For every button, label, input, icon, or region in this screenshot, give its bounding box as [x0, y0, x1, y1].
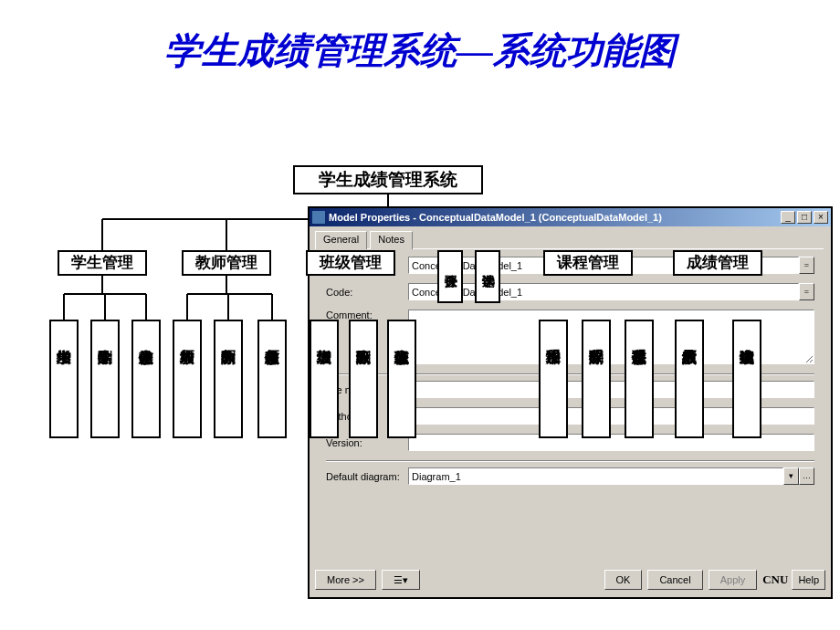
dialog-icon [312, 211, 325, 224]
dialog-button-bar: More >> ☰▾ OK Cancel Apply CNUHelp [315, 570, 825, 590]
dialog-title: Model Properties - ConceptualDataModel_1… [329, 212, 779, 223]
leaf-mod-course: 修改课程信息 [625, 320, 654, 438]
root-node: 学生成绩管理系统 [293, 165, 483, 194]
module-course: 课程管理 [543, 250, 633, 276]
label-default-diagram: Default diagram: [326, 471, 408, 482]
module-assign: 分授课 [437, 250, 463, 303]
leaf-del-student: 删除学生 [90, 320, 120, 438]
close-button[interactable]: × [814, 211, 828, 224]
leaf-mod-class: 修改班级信息 [387, 320, 416, 438]
ok-button[interactable]: OK [604, 570, 643, 590]
name-eq-button[interactable]: = [799, 257, 814, 274]
label-code: Code: [326, 287, 408, 298]
leaf-add-teacher: 增加教师 [173, 320, 202, 438]
diagram-props-button[interactable]: … [799, 467, 814, 485]
brand-label: CNU [762, 572, 788, 587]
leaf-del-course: 删除课程 [582, 320, 611, 438]
label-version: Version: [326, 437, 408, 448]
more-button[interactable]: More >> [315, 570, 376, 590]
diagram-dropdown-button[interactable]: ▾ [783, 467, 799, 485]
module-teacher: 教师管理 [182, 250, 271, 276]
module-select: 学选课 [475, 250, 500, 303]
code-eq-button[interactable]: = [799, 283, 814, 300]
apply-button[interactable]: Apply [709, 570, 758, 590]
page-title: 学生成绩管理系统—系统功能图 [0, 0, 840, 76]
input-code[interactable] [408, 283, 799, 300]
module-grade: 成绩管理 [673, 250, 762, 276]
cancel-button[interactable]: Cancel [647, 570, 702, 590]
leaf-student-query-grade: 学生查询成绩 [732, 320, 761, 438]
leaf-add-student: 增加学生 [49, 320, 79, 438]
minimize-button[interactable]: _ [781, 211, 795, 224]
leaf-mod-teacher: 修改教师信息 [257, 320, 287, 438]
module-class: 班级管理 [306, 250, 395, 276]
tab-general[interactable]: General [315, 231, 367, 249]
leaf-del-teacher: 删除教师 [214, 320, 243, 438]
help-button[interactable]: Help [792, 570, 825, 590]
dialog-titlebar[interactable]: Model Properties - ConceptualDataModel_1… [310, 208, 831, 226]
input-default-diagram[interactable] [408, 467, 783, 485]
leaf-teacher-enter-grade: 教师录入成绩 [675, 320, 704, 438]
maximize-button[interactable]: □ [797, 211, 812, 224]
leaf-add-course: 增加课程 [539, 320, 568, 438]
module-student: 学生管理 [58, 250, 147, 276]
menu-button[interactable]: ☰▾ [382, 570, 420, 590]
leaf-add-class: 增加班级 [310, 320, 339, 438]
tab-notes[interactable]: Notes [370, 231, 413, 249]
leaf-mod-student: 修改学生信息 [131, 320, 161, 438]
tab-row: General Notes [315, 230, 825, 248]
leaf-del-class: 删除班级 [349, 320, 378, 438]
